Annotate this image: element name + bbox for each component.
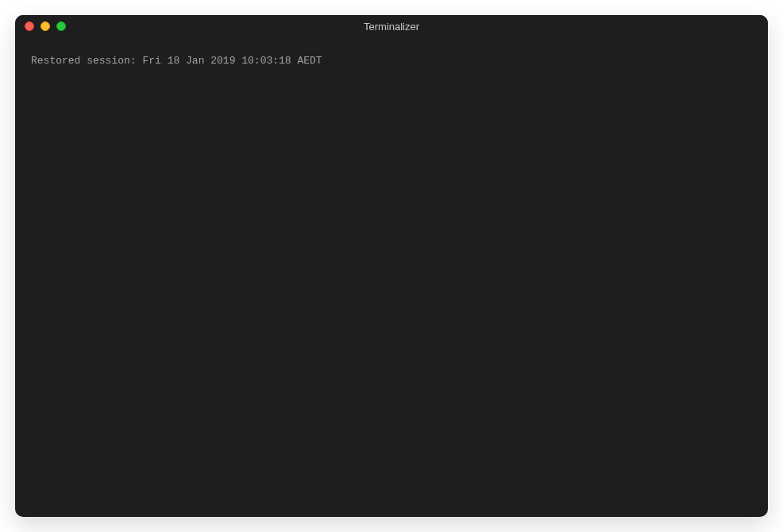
close-button[interactable] bbox=[25, 21, 34, 31]
minimize-button[interactable] bbox=[40, 21, 50, 31]
terminal-window: Terminalizer Restored session: Fri 18 Ja… bbox=[15, 15, 768, 517]
window-controls bbox=[25, 21, 66, 31]
window-title: Terminalizer bbox=[364, 21, 419, 33]
terminal-body[interactable]: Restored session: Fri 18 Jan 2019 10:03:… bbox=[15, 37, 768, 517]
terminal-output-line: Restored session: Fri 18 Jan 2019 10:03:… bbox=[31, 53, 752, 69]
title-bar: Terminalizer bbox=[15, 15, 768, 37]
zoom-button[interactable] bbox=[56, 21, 66, 31]
